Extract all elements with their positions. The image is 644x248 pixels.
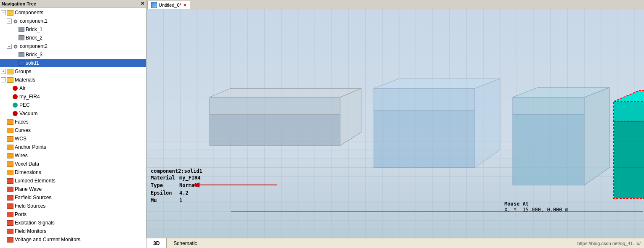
expand-icon-component2[interactable]: − [7,44,12,49]
tree-item-components[interactable]: −Components [0,8,146,17]
folder-orange-icon-anchor [7,145,13,150]
tab-icon [151,2,157,8]
tree-item-fieldsources[interactable]: Field Sources [0,202,146,210]
folder-red-icon-excitation [7,220,13,226]
folder-orange-icon-faces [7,119,13,125]
tree-label-lumped: Lumped Elements [15,177,56,185]
tree-label-farfield: Farfield Sources [15,194,51,201]
mouse-title: Mouse At [504,201,568,207]
expand-icon-groups[interactable]: + [1,69,6,74]
tree-item-brick3[interactable]: Brick_3 [0,50,146,59]
tree-item-materials[interactable]: −Materials [0,76,146,84]
nav-tree: −Components−component1Brick_1Brick_2−com… [0,8,146,248]
folder-red-icon-planewave [7,187,13,192]
folder-orange-icon-curves [7,128,13,133]
tree-label-brick3: Brick_3 [26,51,43,58]
bottom-tabs: 3D Schematic https://blog.csdn.net/qq_41… [146,238,644,248]
tree-item-air[interactable]: Air [0,84,146,92]
tree-item-ports[interactable]: Ports [0,210,146,219]
folder-icon-groups [7,69,13,74]
mu-label: Mu [151,197,176,204]
tree-label-brick2: Brick_2 [26,34,43,42]
tree-label-solid1: solid1 [26,59,39,67]
material-red-icon-vacuum [13,111,18,116]
tree-item-wcs[interactable]: WCS [0,135,146,143]
tree-item-brick1[interactable]: Brick_1 [0,25,146,34]
tree-label-air: Air [19,84,26,92]
tree-label-component2: component2 [20,42,48,50]
material-red-icon-myfir4 [13,94,18,99]
tree-label-materials: Materials [15,76,35,84]
tree-item-brick2[interactable]: Brick_2 [0,34,146,42]
tree-item-pec[interactable]: PEC [0,101,146,109]
tab-schematic[interactable]: Schematic [167,238,204,248]
expand-icon-materials[interactable]: − [1,77,6,82]
svg-marker-52 [374,111,475,168]
folder-orange-icon-wcs [7,136,13,142]
info-box: component2:solid1 Material my_FIR4 Type … [151,168,202,204]
tab-3d[interactable]: 3D [146,238,167,248]
tree-item-excitation[interactable]: Excitation Signals [0,219,146,227]
tree-item-curves[interactable]: Curves [0,126,146,135]
tree-label-component1: component1 [20,17,48,25]
tree-label-ports: Ports [15,211,27,218]
tree-item-voltage[interactable]: Voltage and Current Monitors [0,235,146,244]
tree-item-lumped[interactable]: Lumped Elements [0,177,146,185]
brick-icon-brick3 [19,52,24,57]
expand-icon-components[interactable]: − [1,10,6,15]
tree-label-wires: Wires [15,152,28,159]
tree-item-planewave[interactable]: Plane Wave [0,185,146,193]
expand-icon-component1[interactable]: − [7,18,12,24]
tree-item-wires[interactable]: Wires [0,151,146,160]
tree-item-myfir4[interactable]: my_FIR4 [0,92,146,101]
component-icon-component2 [13,42,20,50]
tree-item-fieldmonitors[interactable]: Field Monitors [0,227,146,235]
tree-item-voxel[interactable]: Voxel Data [0,160,146,168]
tree-label-myfir4: my_FIR4 [19,93,40,100]
tree-label-pec: PEC [19,101,30,109]
svg-marker-48 [210,115,340,145]
folder-red-icon-farfield [7,195,13,201]
tree-label-brick1: Brick_1 [26,26,43,33]
main-tab[interactable]: Untitled_0* ✕ [147,1,190,9]
tree-label-voxel: Voxel Data [15,160,39,168]
material-label: Material [151,174,176,182]
tree-item-component1[interactable]: −component1 [0,17,146,25]
tree-label-faces: Faces [15,118,29,126]
info-material-row: Material my_FIR4 [151,174,202,182]
tree-item-faces[interactable]: Faces [0,118,146,126]
material-red-icon-air [13,86,18,91]
tree-item-component2[interactable]: −component2 [0,42,146,50]
tree-item-vacuum[interactable]: Vacuum [0,109,146,118]
info-epsilon-row: Epsilon 4.2 [151,189,202,197]
folder-red-icon-lumped [7,178,13,184]
content-area: Untitled_0* ✕ [146,0,644,248]
tree-item-solid1[interactable]: solid1 [0,59,146,67]
tree-label-fieldsources: Field Sources [15,202,45,210]
tab-label: Untitled_0* [159,3,181,8]
tree-label-dimensions: Dimensions [15,169,41,176]
tree-label-anchor: Anchor Points [15,143,46,151]
folder-orange-icon-dimensions [7,170,13,175]
viewport[interactable]: component2:solid1 Material my_FIR4 Type … [146,9,644,238]
brick-icon-brick1 [19,27,24,32]
mu-value: 1 [179,197,182,204]
svg-marker-56 [513,115,584,185]
type-value: Normal [179,182,197,189]
tree-item-dimensions[interactable]: Dimensions [0,168,146,177]
svg-marker-50 [210,88,361,97]
solid-icon-solid1 [19,61,24,66]
folder-red-icon-fieldmonitors [7,229,13,234]
nav-header: Navigation Tree ✕ [0,0,146,8]
info-title: component2:solid1 [151,168,202,174]
material-value: my_FIR4 [179,174,201,182]
svg-marker-47 [210,97,340,115]
folder-red-icon-voltage [7,237,13,243]
nav-close-button[interactable]: ✕ [141,1,144,6]
tree-item-anchor[interactable]: Anchor Points [0,143,146,151]
tab-close-button[interactable]: ✕ [183,3,186,8]
tree-label-voltage: Voltage and Current Monitors [15,236,80,243]
tree-item-groups[interactable]: +Groups [0,67,146,76]
svg-point-1 [15,21,16,22]
tree-item-farfield[interactable]: Farfield Sources [0,193,146,202]
